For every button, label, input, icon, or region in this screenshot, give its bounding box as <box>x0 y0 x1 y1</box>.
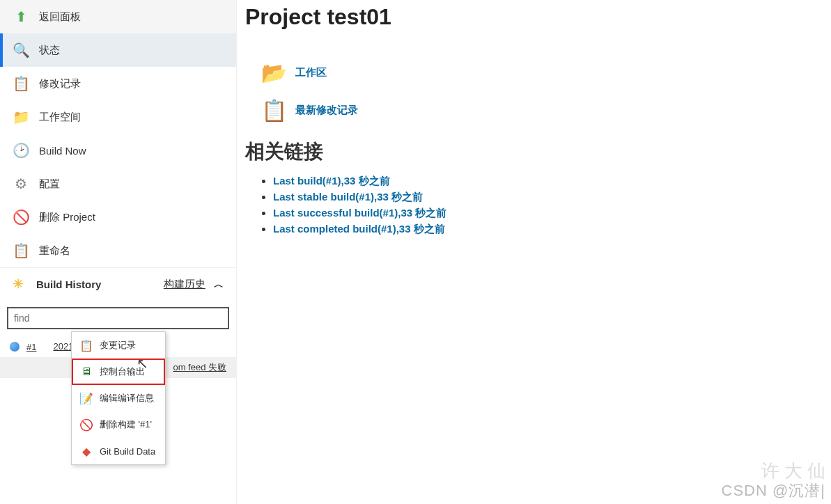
sidebar-label: Build Now <box>39 145 86 157</box>
forbidden-icon: 🚫 <box>79 417 94 432</box>
build-history-trend[interactable]: 构建历史 <box>164 278 205 290</box>
sun-icon: ☀ <box>13 276 28 292</box>
gear-icon: ⚙ <box>13 175 29 192</box>
git-icon: ◆ <box>79 443 94 459</box>
notes-icon: 📋 <box>13 75 29 92</box>
page-title: Project test01 <box>245 4 831 30</box>
build-number[interactable]: #1 <box>26 342 36 352</box>
ctx-label: 控制台输出 <box>100 365 145 378</box>
sidebar-label: 返回面板 <box>39 10 81 24</box>
ctx-label: 变更记录 <box>100 339 136 352</box>
folder-open-icon: 📂 <box>259 58 288 87</box>
sidebar-item-rename[interactable]: 📋 重命名 <box>0 234 236 267</box>
quick-link-changes[interactable]: 📋 最新修改记录 <box>259 95 831 125</box>
quick-link-label[interactable]: 最新修改记录 <box>295 104 358 117</box>
build-history-title: Build History <box>36 278 101 290</box>
context-menu: 📋 变更记录 🖥 控制台输出 📝 编辑编译信息 🚫 删除构建 '#1' ◆ Gi… <box>71 331 166 465</box>
sidebar-label: 配置 <box>39 178 60 191</box>
ctx-edit-build-info[interactable]: 📝 编辑编译信息 <box>72 385 165 411</box>
build-history-header[interactable]: ☀ Build History 构建历史 ︿ <box>0 267 236 300</box>
notes-icon: 📋 <box>79 338 94 353</box>
ctx-label: 删除构建 '#1' <box>100 418 152 431</box>
sidebar-label: 工作空间 <box>39 111 81 124</box>
forbidden-icon: 🚫 <box>13 209 29 226</box>
notepad-icon: 📋 <box>259 95 288 125</box>
up-arrow-icon: ⬆ <box>13 8 29 25</box>
sidebar-label: 状态 <box>39 44 60 57</box>
sidebar-item-workspace[interactable]: 📁 工作空间 <box>0 100 236 134</box>
search-icon: 🔍 <box>13 42 29 58</box>
sidebar-item-changes[interactable]: 📋 修改记录 <box>0 67 236 100</box>
related-link[interactable]: Last build(#1),33 秒之前 <box>273 175 390 187</box>
related-link[interactable]: Last successful build(#1),33 秒之前 <box>273 207 446 219</box>
related-link[interactable]: Last stable build(#1),33 秒之前 <box>273 191 423 203</box>
terminal-icon: 🖥 <box>79 364 94 379</box>
ctx-delete-build[interactable]: 🚫 删除构建 '#1' <box>72 411 165 438</box>
quick-links: 📂 工作区 📋 最新修改记录 <box>259 58 831 125</box>
chevron-up-icon: ︿ <box>214 278 224 290</box>
ctx-git-build-data[interactable]: ◆ Git Build Data <box>72 438 165 464</box>
sidebar-label: 删除 Project <box>39 211 95 224</box>
sidebar-item-status[interactable]: 🔍 状态 <box>0 33 236 67</box>
sidebar-item-configure[interactable]: ⚙ 配置 <box>0 167 236 200</box>
main: Project test01 📂 工作区 📋 最新修改记录 相关链接 Last … <box>237 0 831 504</box>
ctx-label: Git Build Data <box>100 446 155 457</box>
quick-link-label[interactable]: 工作区 <box>295 66 327 79</box>
ctx-changes[interactable]: 📋 变更记录 <box>72 332 165 359</box>
related-links-heading: 相关链接 <box>245 139 831 165</box>
clock-play-icon: 🕑 <box>13 142 29 159</box>
sidebar-item-build-now[interactable]: 🕑 Build Now <box>0 134 236 167</box>
find-input[interactable] <box>7 307 229 329</box>
notes-icon: 📋 <box>13 242 29 259</box>
sidebar-label: 修改记录 <box>39 77 81 90</box>
sidebar-item-delete[interactable]: 🚫 删除 Project <box>0 200 236 234</box>
feed-failed[interactable]: om feed 失败 <box>173 362 226 372</box>
ctx-label: 编辑编译信息 <box>100 392 154 404</box>
sidebar-item-back[interactable]: ⬆ 返回面板 <box>0 0 236 33</box>
related-link[interactable]: Last completed build(#1),33 秒之前 <box>273 223 445 235</box>
related-links-list: Last build(#1),33 秒之前 Last stable build(… <box>273 175 831 236</box>
edit-icon: 📝 <box>79 391 94 406</box>
ctx-console-output[interactable]: 🖥 控制台输出 <box>72 359 165 385</box>
folder-icon: 📁 <box>13 109 29 125</box>
status-ball-icon <box>10 342 20 352</box>
find-box <box>7 307 229 329</box>
sidebar-label: 重命名 <box>39 244 70 258</box>
quick-link-workspace[interactable]: 📂 工作区 <box>259 58 831 87</box>
